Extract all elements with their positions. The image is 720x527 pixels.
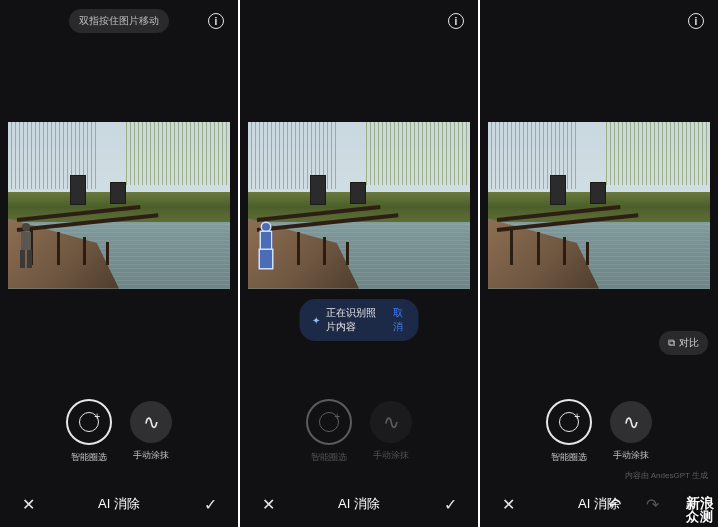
gesture-hint: 双指按住图片移动 bbox=[69, 9, 169, 33]
info-icon[interactable]: i bbox=[448, 13, 464, 29]
ai-credit: 内容由 AndesGPT 生成 bbox=[625, 470, 708, 481]
topbar: i bbox=[240, 0, 478, 42]
source-watermark: 新浪 众测 bbox=[686, 496, 714, 523]
compare-button[interactable]: 对比 bbox=[659, 331, 708, 355]
screen-processing: i 正在识别照片内容 取消 智能圈选 手动涂抹 bbox=[240, 0, 480, 527]
screen-before: 双指按住图片移动 i 智能圈选 手动涂抹 AI 消除 bbox=[0, 0, 240, 527]
smart-select-icon bbox=[559, 412, 579, 432]
tool-smart-select[interactable]: 智能圈选 bbox=[66, 399, 112, 464]
photo[interactable] bbox=[8, 122, 230, 289]
close-icon[interactable] bbox=[258, 494, 278, 514]
tool-label: 手动涂抹 bbox=[133, 449, 169, 462]
compare-label: 对比 bbox=[679, 336, 699, 350]
tool-label: 智能圈选 bbox=[311, 451, 347, 464]
tool-label: 手动涂抹 bbox=[613, 449, 649, 462]
bottombar: AI 消除 bbox=[0, 481, 238, 527]
brush-icon bbox=[383, 410, 400, 434]
close-icon[interactable] bbox=[498, 494, 518, 514]
page-title: AI 消除 bbox=[578, 495, 620, 513]
info-icon[interactable]: i bbox=[208, 13, 224, 29]
brush-icon bbox=[623, 410, 640, 434]
compare-icon bbox=[668, 337, 675, 349]
toast-text: 正在识别照片内容 bbox=[326, 306, 381, 334]
sparkle-icon bbox=[312, 315, 320, 326]
person-subject bbox=[17, 223, 35, 269]
page-title: AI 消除 bbox=[98, 495, 140, 513]
confirm-icon[interactable] bbox=[440, 494, 460, 514]
processing-toast: 正在识别照片内容 取消 bbox=[300, 299, 419, 341]
topbar: i bbox=[480, 0, 718, 42]
smart-select-icon bbox=[79, 412, 99, 432]
photo[interactable] bbox=[488, 122, 710, 289]
tool-row: 智能圈选 手动涂抹 bbox=[480, 381, 718, 481]
brush-icon bbox=[143, 410, 160, 434]
bottombar: AI 消除 bbox=[240, 481, 478, 527]
page-title: AI 消除 bbox=[338, 495, 380, 513]
close-icon[interactable] bbox=[18, 494, 38, 514]
tool-manual-brush[interactable]: 手动涂抹 bbox=[610, 401, 652, 462]
canvas[interactable] bbox=[0, 42, 238, 381]
toast-cancel-button[interactable]: 取消 bbox=[393, 306, 407, 334]
photo[interactable] bbox=[248, 122, 470, 289]
bottombar: AI 消除 bbox=[480, 481, 718, 527]
tool-manual-brush: 手动涂抹 bbox=[370, 401, 412, 462]
person-subject-selected bbox=[257, 223, 275, 269]
smart-select-icon bbox=[319, 412, 339, 432]
info-icon[interactable]: i bbox=[688, 13, 704, 29]
screen-result: i 对比 智能圈选 手动涂抹 内容由 AndesGPT 生成 AI 消除 bbox=[480, 0, 720, 527]
redo-icon bbox=[642, 494, 662, 514]
tool-label: 手动涂抹 bbox=[373, 449, 409, 462]
tool-label: 智能圈选 bbox=[71, 451, 107, 464]
watermark-brand: 新浪 bbox=[686, 496, 714, 510]
confirm-icon[interactable] bbox=[200, 494, 220, 514]
tool-smart-select[interactable]: 智能圈选 bbox=[546, 399, 592, 464]
topbar: 双指按住图片移动 i bbox=[0, 0, 238, 42]
tool-manual-brush[interactable]: 手动涂抹 bbox=[130, 401, 172, 462]
tool-row: 智能圈选 手动涂抹 bbox=[240, 381, 478, 481]
watermark-sub: 众测 bbox=[686, 510, 714, 523]
tool-label: 智能圈选 bbox=[551, 451, 587, 464]
tool-smart-select: 智能圈选 bbox=[306, 399, 352, 464]
tool-row: 智能圈选 手动涂抹 bbox=[0, 381, 238, 481]
